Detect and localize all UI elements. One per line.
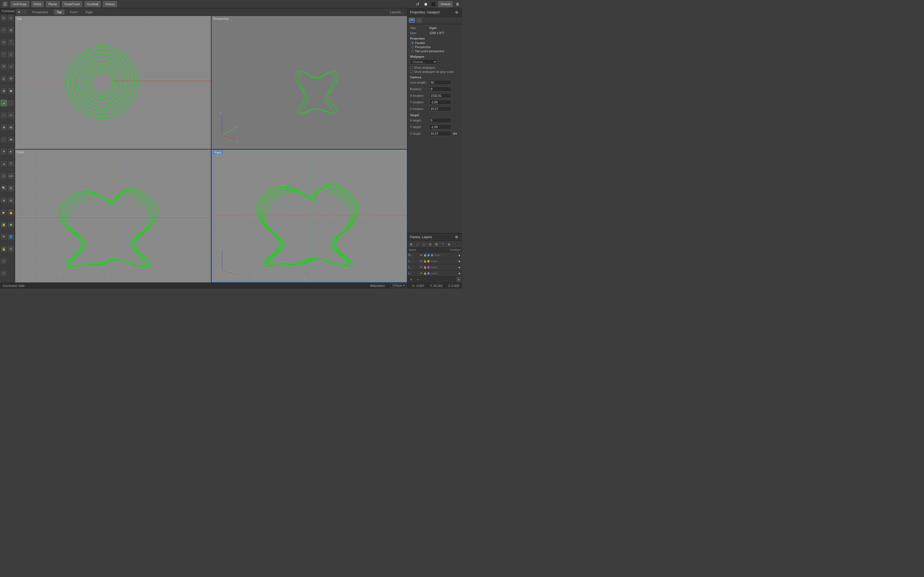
layer-diamond-2[interactable]: ◆ xyxy=(457,266,461,269)
layer-vis-1[interactable]: 👁 xyxy=(419,259,423,263)
freeform-tool[interactable]: ◠ xyxy=(0,51,7,58)
show-wallpaper-checkbox[interactable] xyxy=(410,66,413,69)
zoom-sel-tool[interactable]: ⊘ xyxy=(8,197,14,204)
properties-settings-icon[interactable]: ⚙ xyxy=(454,10,459,15)
layers-tool-cam[interactable]: ⊕ xyxy=(446,242,452,247)
undo-icon[interactable]: ↺ xyxy=(415,2,420,7)
history-button[interactable]: History xyxy=(103,1,117,7)
light-tool[interactable]: ☀ xyxy=(0,234,7,240)
layers-tool-new[interactable]: □ xyxy=(415,242,420,247)
layer-color-0[interactable] xyxy=(427,254,430,256)
zoom-in-tool[interactable]: 🔍 xyxy=(0,185,7,192)
viewport-top[interactable]: Top xyxy=(15,16,211,149)
layer-row-2[interactable]: L... 👁 🔓 Conti... ◆ xyxy=(407,264,462,270)
ortho-button[interactable]: Ortho xyxy=(31,1,44,7)
boolean-diff[interactable]: ⊗ xyxy=(8,124,14,131)
gumball-button[interactable]: Gumball xyxy=(84,1,101,7)
layers-options-btn[interactable]: ▾ xyxy=(457,277,461,282)
layer-lock-3[interactable]: 🔓 xyxy=(423,272,426,275)
radio-parallel[interactable]: Parallel xyxy=(411,41,459,45)
default-button[interactable]: Default xyxy=(438,1,453,7)
surface-tool[interactable]: ⊏ xyxy=(0,75,7,82)
render-tool[interactable]: ▶ xyxy=(0,209,7,216)
lens-input[interactable] xyxy=(429,80,451,85)
render-preview[interactable]: 🔥 xyxy=(8,209,14,216)
hatch-tool[interactable]: ≡ xyxy=(0,172,7,179)
rotate-tool[interactable]: ⟲ xyxy=(8,75,14,82)
layers-add-btn[interactable]: + xyxy=(409,277,414,282)
layers-tool-screen[interactable]: ⊠ xyxy=(434,242,439,247)
stop-icon[interactable]: ⏹ xyxy=(423,2,429,7)
xloc-input[interactable] xyxy=(429,93,451,98)
zloc-input[interactable] xyxy=(429,106,451,111)
transform-tool[interactable]: ⊓ xyxy=(0,63,7,70)
yloc-input[interactable] xyxy=(429,100,451,105)
layer-vis-2[interactable]: 👁 xyxy=(419,266,423,269)
layers-remove-btn[interactable]: − xyxy=(415,277,420,282)
radio-two-point[interactable]: Two point perspective xyxy=(411,50,459,53)
wallpaper-select[interactable]: Choose... xyxy=(410,60,438,64)
zoom-ext-tool[interactable]: ⊕ xyxy=(0,197,7,204)
curve-tool[interactable]: ∿ xyxy=(0,39,7,46)
layer-lock-1[interactable]: 🔓 xyxy=(423,259,426,263)
wallpaper-grayscale-checkbox[interactable] xyxy=(410,70,413,73)
layer-lock-2[interactable]: 🔓 xyxy=(423,266,426,269)
dims-tool[interactable]: ⟺ xyxy=(8,172,14,179)
draw-circle[interactable]: ○ xyxy=(0,27,7,33)
select-tool-2[interactable]: ⬡ xyxy=(8,15,14,21)
ztgt-input[interactable] xyxy=(429,131,451,136)
layer-vis-0[interactable]: 👁 xyxy=(419,254,423,257)
tab-front[interactable]: Front xyxy=(67,10,80,15)
viewport-front[interactable]: Front xyxy=(15,150,211,282)
viewport-layout-icon[interactable]: ⊞ xyxy=(17,10,21,14)
tab-perspective[interactable]: Perspective xyxy=(30,10,51,15)
measure-tool[interactable]: ⊿ xyxy=(0,160,7,167)
planar-button[interactable]: Planar xyxy=(46,1,60,7)
select-tool[interactable]: ▷ xyxy=(0,15,7,21)
layer-diamond-0[interactable]: ◆ xyxy=(457,254,461,257)
boolean-union[interactable]: ⊕ xyxy=(0,124,7,131)
tab-right[interactable]: Right xyxy=(83,10,95,15)
trim-tool[interactable]: ⌿ xyxy=(0,112,7,118)
layer-row-0[interactable]: D... 👁 🔓 Conti... ◆ xyxy=(407,252,462,258)
point-tool[interactable]: ◉ xyxy=(8,88,14,94)
layer-color-2[interactable] xyxy=(427,266,430,269)
prop-tab-camera[interactable]: 📷 xyxy=(409,18,415,23)
layers-tool-stack[interactable]: ⊞ xyxy=(409,242,414,247)
ytgt-input[interactable] xyxy=(429,124,451,129)
viewport-perspective[interactable]: Perspective xyxy=(212,16,407,149)
layer-lock-0[interactable]: 🔓 xyxy=(423,254,426,257)
layer-color-1[interactable] xyxy=(427,260,430,263)
layer-vis-3[interactable]: 👁 xyxy=(419,272,423,275)
polyline-tool[interactable]: ⌒ xyxy=(8,39,14,46)
extend-tool[interactable]: ∾ xyxy=(8,112,14,118)
array-tool[interactable]: ▸ xyxy=(8,148,14,155)
move-tool[interactable]: ✛ xyxy=(8,246,14,252)
layer-diamond-3[interactable]: ◆ xyxy=(457,272,461,275)
radio-perspective[interactable]: Perspective xyxy=(411,45,459,48)
viewport-right[interactable]: Right xyxy=(212,150,407,282)
maximize-icon[interactable]: ⊞ xyxy=(455,2,460,7)
smart-track-button[interactable]: SmartTrack xyxy=(62,1,82,7)
environment-tool[interactable]: 🌐 xyxy=(8,234,14,240)
gumball-tool[interactable]: ⊹ xyxy=(0,258,7,264)
text-tool[interactable]: T xyxy=(8,160,14,167)
layers-tool-display[interactable]: ⊟ xyxy=(427,242,433,247)
snap-lock[interactable]: 🔒 xyxy=(0,221,7,228)
grid-tool[interactable]: ⊞ xyxy=(0,88,7,94)
viewport-single-icon[interactable]: □ xyxy=(22,10,27,14)
project-tool[interactable]: ◈ xyxy=(8,136,14,143)
prop-tab-display[interactable]: □ xyxy=(416,18,422,23)
tab-top[interactable]: Top xyxy=(54,10,65,15)
layer-row-1[interactable]: L... 👁 🔓 Conti... ◆ xyxy=(407,258,462,264)
layer-lock[interactable]: 🔓 xyxy=(0,246,7,252)
mirror-tool[interactable]: ✦ xyxy=(0,148,7,155)
layers-tool-help[interactable]: ? xyxy=(440,242,446,247)
zoom-win-tool[interactable]: ⊡ xyxy=(8,185,14,192)
draw-arc[interactable]: ◎ xyxy=(8,27,14,33)
layer-color-3[interactable] xyxy=(427,272,430,275)
material-tool[interactable]: ◉ xyxy=(8,221,14,228)
layers-settings-icon[interactable]: ⚙ xyxy=(454,235,459,240)
analysis-tool[interactable]: ⬛ xyxy=(8,100,14,106)
rotation-input[interactable] xyxy=(429,87,451,92)
